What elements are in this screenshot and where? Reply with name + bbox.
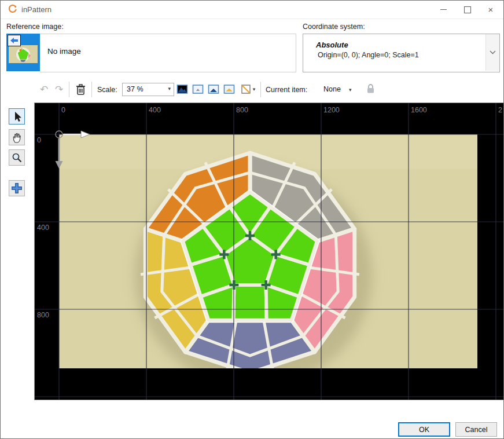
coordinate-system-label: Coordinate system: (303, 23, 365, 31)
fit-selection-button[interactable] (222, 82, 236, 96)
chevron-down-icon: ▾ (349, 87, 352, 93)
svg-text:400: 400 (149, 106, 161, 114)
window-title: inPattern (21, 5, 51, 14)
chevron-down-icon: ▾ (168, 86, 171, 92)
pan-tool-button[interactable] (9, 129, 25, 145)
thumbnail-photo (9, 45, 38, 63)
coordinate-system-select[interactable]: Absolute Origin=(0, 0); Angle=0; Scale=1 (303, 34, 500, 72)
close-button[interactable]: × (480, 1, 501, 19)
plus-icon (10, 182, 23, 195)
current-item-value: None (323, 85, 341, 93)
crop-tool-button[interactable]: ▾ (238, 82, 257, 96)
svg-text:400: 400 (37, 224, 49, 232)
delete-button[interactable] (73, 82, 87, 96)
app-logo-icon (8, 4, 18, 14)
title-bar: inPattern × (1, 1, 503, 19)
zoom-tool-button[interactable] (9, 149, 25, 166)
current-item-dropdown[interactable]: None▾ (320, 83, 355, 95)
scale-combobox[interactable]: 37 % ▾ (122, 83, 174, 96)
svg-text:800: 800 (236, 106, 248, 114)
svg-text:1200: 1200 (323, 106, 340, 114)
chevron-down-icon: ▾ (253, 86, 256, 92)
svg-text:2: 2 (498, 106, 502, 114)
svg-text:0: 0 (37, 136, 41, 144)
fit-image-icon (176, 84, 188, 94)
fit-width-button[interactable] (207, 82, 220, 96)
svg-text:800: 800 (37, 311, 49, 319)
chevron-down-icon (490, 50, 496, 54)
toolbar-separator (260, 82, 261, 97)
canvas-scene: 040080012001600204008001200 (35, 103, 503, 400)
lock-icon (366, 83, 375, 96)
toolbar-separator (69, 82, 69, 97)
svg-text:1600: 1600 (411, 106, 427, 114)
no-crop-icon (240, 83, 252, 95)
scale-label: Scale: (97, 86, 117, 94)
redo-button[interactable]: ↷ (52, 82, 66, 96)
fit-selection-icon (223, 84, 235, 94)
coordinate-system-name: Absolute (316, 41, 348, 49)
coordinate-system-dropdown-button[interactable] (485, 34, 499, 71)
scale-value: 37 % (127, 85, 144, 93)
minimize-button[interactable] (433, 1, 454, 19)
undo-button[interactable]: ↶ (37, 82, 51, 96)
cancel-button[interactable]: Cancel (455, 422, 497, 437)
magnifier-icon (11, 152, 23, 163)
add-point-tool-button[interactable] (9, 180, 25, 196)
reference-image-status: No image (47, 47, 81, 56)
coordinate-system-details: Origin=(0, 0); Angle=0; Scale=1 (318, 51, 419, 59)
actual-size-icon (192, 84, 204, 94)
reference-image-panel: No image (40, 34, 296, 72)
svg-text:0: 0 (61, 106, 65, 114)
maximize-button[interactable] (457, 1, 478, 19)
hand-icon (11, 131, 23, 143)
toolbar-separator (91, 82, 92, 97)
fit-width-icon (208, 84, 219, 94)
fit-image-button[interactable] (175, 82, 189, 96)
image-canvas[interactable]: 040080012001600204008001200 (34, 103, 504, 400)
svg-text:1200: 1200 (37, 398, 53, 400)
current-item-label: Current item: (266, 86, 307, 94)
actual-size-button[interactable] (191, 82, 205, 96)
cursor-arrow-icon (12, 111, 22, 122)
reference-image-label: Reference image: (6, 23, 64, 31)
back-arrow-icon[interactable] (8, 35, 21, 46)
select-tool-button[interactable] (9, 108, 25, 125)
ok-button[interactable]: OK (398, 422, 450, 437)
trash-icon (76, 84, 86, 95)
reference-image-thumbnail[interactable] (6, 34, 40, 71)
inpattern-dialog: inPattern × Reference image: No image Co… (0, 0, 504, 439)
